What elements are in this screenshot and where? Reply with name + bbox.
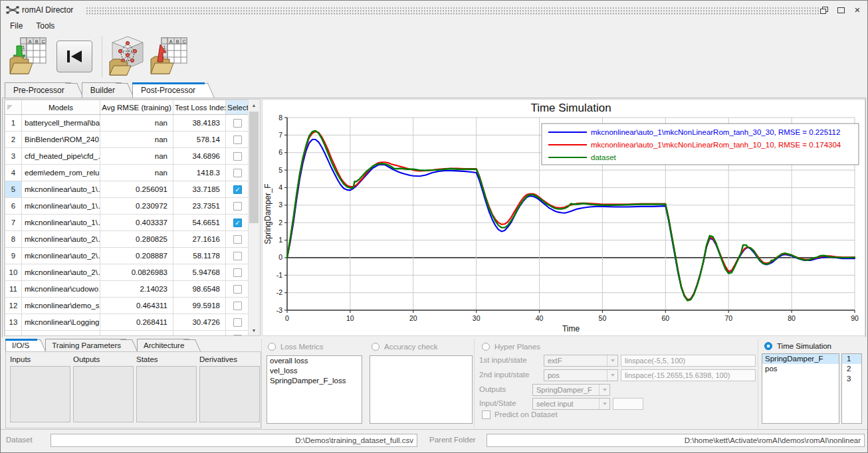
time-simulation-signal-list[interactable]: SpringDamper_Fpos	[762, 353, 839, 424]
accuracy-check-radio[interactable]	[372, 343, 380, 351]
titlebar-drag-handle[interactable]	[86, 7, 819, 15]
tab-i-o-s[interactable]: I/O/S	[5, 339, 35, 351]
loss-metrics-label: Loss Metrics	[280, 343, 324, 351]
index-item[interactable]: 2	[842, 364, 861, 374]
loss-metric-item[interactable]: SpringDamper_F_loss	[267, 376, 362, 386]
ios-list-derivatives[interactable]	[199, 366, 260, 422]
hp-select-1st-input-state[interactable]: extF	[544, 355, 618, 367]
column-header-avg-rmse-training-[interactable]: Avg RMSE (training)	[100, 100, 173, 115]
tab-training-parameters[interactable]: Training Parameters	[45, 339, 126, 351]
table-row[interactable]: 11mkcnonlinear\cudowo…2.1402398.6548	[5, 281, 250, 298]
table-row[interactable]: 14mkcnonlinear\NewTes…1.396984.2397	[5, 331, 250, 337]
svg-text:0: 0	[285, 314, 289, 322]
accuracy-check-list[interactable]	[370, 355, 473, 424]
title-bar[interactable]: romAI Director ×	[1, 1, 867, 19]
loss-metrics-radio[interactable]	[268, 343, 276, 351]
select-checkbox[interactable]: ✓	[233, 219, 242, 227]
select-checkbox[interactable]	[233, 252, 242, 260]
import-dataset-button[interactable]: A B C 1	[9, 37, 47, 80]
model-name-cell: batterycell_thermal\bat…	[22, 115, 100, 132]
table-row[interactable]: 6mkcnonlinear\auto_1\…0.23097223.7351	[5, 198, 250, 215]
dataset-path-field[interactable]: D:\Demos\training_dataset_full.csv	[51, 434, 417, 447]
table-row[interactable]: 4edem\edem_rom_relu…nan1418.3	[5, 165, 250, 181]
hp-value-field[interactable]: linspace(-5,5, 100)	[621, 355, 756, 367]
select-checkbox[interactable]	[233, 119, 242, 128]
rmse-cell: 0.0826983	[100, 264, 173, 281]
select-checkbox[interactable]	[233, 285, 242, 294]
hp-select-outputs[interactable]: SpringDamper_F	[532, 384, 610, 396]
tab-architecture[interactable]: Architecture	[137, 339, 189, 351]
test-loss-cell: 99.5918	[173, 298, 226, 314]
select-cell	[226, 264, 250, 281]
select-checkbox[interactable]	[233, 202, 242, 211]
column-header-select[interactable]: Select	[226, 100, 250, 115]
hp-value-field[interactable]: linspace(-15.2655,15.6398, 100)	[621, 369, 756, 381]
svg-text:7: 7	[278, 131, 282, 139]
scroll-up-icon[interactable]: ▲	[249, 100, 259, 110]
loss-metric-item[interactable]: vel_loss	[267, 366, 362, 376]
scrollbar-thumb[interactable]	[249, 112, 259, 223]
select-checkbox[interactable]	[233, 152, 242, 161]
column-header-models[interactable]: Models	[22, 100, 100, 115]
svg-text:70: 70	[724, 314, 732, 322]
svg-text:SpringDamper_F: SpringDamper_F	[263, 183, 272, 244]
chevron-down-icon	[599, 385, 609, 395]
hp-select-input-state[interactable]: select input	[532, 398, 610, 410]
hp-row-label: Input/State	[479, 399, 516, 407]
signal-item[interactable]: pos	[762, 364, 839, 374]
ios-list-inputs[interactable]	[10, 366, 70, 422]
table-row[interactable]: 10mkcnonlinear\auto_2\…0.08269835.94768	[5, 264, 250, 281]
reset-button[interactable]	[56, 41, 92, 72]
maximize-window-button[interactable]	[836, 5, 845, 15]
ios-list-states[interactable]	[136, 366, 197, 422]
menu-item-tools[interactable]: Tools	[29, 19, 61, 34]
table-row[interactable]: 8mkcnonlinear\auto_2\…0.28082527.1616	[5, 231, 250, 248]
table-row[interactable]: 7mkcnonlinear\auto_1\…0.40333754.6651✓	[5, 215, 250, 231]
hp-select-2nd-input-state[interactable]: pos	[544, 369, 618, 381]
loss-metric-item[interactable]: overall loss	[267, 356, 362, 366]
table-row[interactable]: 2BinBlender\ROM_240…nan578.14	[5, 132, 250, 148]
select-checkbox[interactable]	[233, 268, 242, 277]
hp-value-field[interactable]	[613, 398, 643, 410]
select-checkbox[interactable]	[233, 335, 242, 337]
table-corner[interactable]	[5, 100, 22, 115]
table-row[interactable]: 5mkcnonlinear\auto_1\…0.25609133.7185✓	[5, 181, 250, 198]
table-row[interactable]: 9mkcnonlinear\auto_2\…0.20888758.1178	[5, 248, 250, 264]
test-loss-cell: 5.94768	[173, 264, 226, 281]
row-number: 2	[5, 132, 22, 148]
tab-post-processor[interactable]: Post-Processor	[132, 82, 202, 98]
predict-on-dataset-checkbox[interactable]	[482, 410, 490, 419]
ios-list-outputs[interactable]	[73, 366, 134, 422]
index-item[interactable]: 1	[842, 354, 861, 364]
scroll-down-icon[interactable]: ▼	[249, 325, 259, 335]
loss-metrics-list[interactable]: overall lossvel_lossSpringDamper_F_loss	[267, 355, 362, 424]
table-row[interactable]: 3cfd_heated_pipe\cfd_…nan34.6896	[5, 148, 250, 165]
column-header-test-loss-index[interactable]: Test Loss Index	[173, 100, 226, 115]
select-cell	[226, 231, 250, 248]
time-simulation-index-list[interactable]: 123	[841, 353, 862, 424]
index-item[interactable]: 3	[842, 374, 861, 384]
load-rom-button[interactable]	[108, 35, 147, 80]
svg-text:8: 8	[278, 114, 282, 122]
tab-builder[interactable]: Builder	[82, 82, 122, 98]
select-checkbox[interactable]: ✓	[233, 185, 242, 194]
parent-folder-path-field[interactable]: D:\home\kett\Activate\romAI\demos\romAI\…	[487, 434, 865, 447]
export-table-button[interactable]: A B C 1	[150, 37, 188, 80]
select-checkbox[interactable]	[233, 235, 242, 244]
hyper-planes-radio[interactable]	[482, 343, 490, 351]
select-checkbox[interactable]	[233, 169, 242, 177]
restore-window-button[interactable]	[819, 5, 829, 15]
time-simulation-radio[interactable]	[764, 342, 772, 350]
menu-item-file[interactable]: File	[3, 19, 29, 34]
signal-item[interactable]: SpringDamper_F	[762, 354, 839, 364]
model-name-cell: mkcnonlinear\auto_2\…	[22, 264, 100, 281]
select-checkbox[interactable]	[233, 318, 242, 327]
table-row[interactable]: 1batterycell_thermal\bat…nan38.4183	[5, 115, 250, 132]
close-window-button[interactable]: ×	[853, 5, 862, 15]
select-checkbox[interactable]	[233, 136, 242, 144]
table-scrollbar[interactable]: ▲ ▼	[248, 100, 260, 335]
table-row[interactable]: 13mkcnonlinear\Logging…0.26841130.4726	[5, 314, 250, 331]
select-checkbox[interactable]	[233, 302, 242, 310]
tab-pre-processor[interactable]: Pre-Processor	[5, 82, 71, 98]
table-row[interactable]: 12mkcnonlinear\demo_s…0.46431199.5918	[5, 298, 250, 314]
